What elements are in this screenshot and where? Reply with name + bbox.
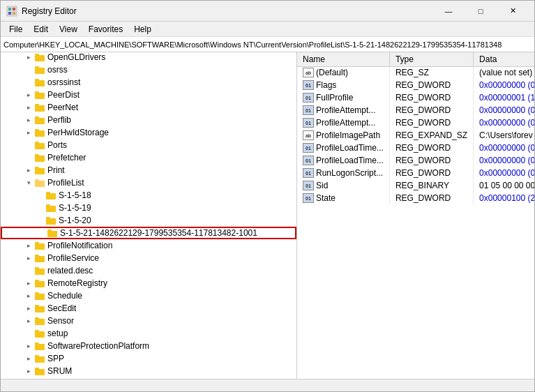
col-name: Name	[297, 52, 389, 66]
reg-dword-icon: 01	[303, 156, 314, 165]
table-row[interactable]: 01FlagsREG_DWORD0x00000000 (0)	[297, 79, 534, 91]
svg-rect-13	[35, 105, 45, 112]
tree-arrow: ▸	[23, 129, 34, 136]
tree-item[interactable]: ▾ProfileList	[1, 176, 296, 189]
tree-panel[interactable]: ▸OpenGLDriversosrssosrssinst▸PeerDist▸Pe…	[1, 52, 297, 379]
table-row[interactable]: 01ProfileLoadTime...REG_DWORD0x00000000 …	[297, 154, 534, 167]
svg-rect-6	[35, 54, 39, 56]
menu-edit[interactable]: Edit	[28, 23, 54, 36]
folder-icon	[47, 228, 58, 238]
col-data: Data	[474, 52, 534, 66]
menu-file[interactable]: File	[3, 23, 28, 36]
tree-item-label: RemoteRegistry	[47, 278, 107, 288]
tree-item-label: S-1-5-18	[59, 190, 91, 200]
tree-item[interactable]: ▸SRUM	[1, 365, 296, 377]
table-row[interactable]: 01ProfileAttempt...REG_DWORD0x00000000 (…	[297, 116, 534, 129]
row-name: 01ProfileAttempt...	[297, 104, 389, 116]
reg-string-icon: ab	[303, 68, 314, 77]
tree-item[interactable]: ▸OpenGLDrivers	[1, 52, 296, 63]
row-data: 01 05 00 00 00 00	[474, 179, 534, 192]
tree-item[interactable]: S-1-5-20	[1, 214, 296, 227]
table-row[interactable]: 01StateREG_DWORD0x00000100 (256)	[297, 192, 534, 204]
tree-item[interactable]: osrss	[1, 63, 296, 76]
svg-rect-41	[35, 281, 45, 287]
svg-rect-16	[35, 116, 39, 119]
table-row[interactable]: 01ProfileAttempt...REG_DWORD0x00000000 (…	[297, 104, 534, 116]
tree-item[interactable]: ▸Perflib	[1, 114, 296, 126]
row-data: 0x00000100 (256)	[474, 192, 534, 204]
tree-item[interactable]: ▸Sensor	[1, 315, 296, 327]
menu-view[interactable]: View	[54, 23, 83, 36]
tree-item-label: Print	[47, 165, 65, 175]
tree-item[interactable]: S-1-5-19	[1, 202, 296, 214]
close-button[interactable]: ✕	[497, 1, 529, 22]
table-row[interactable]: 01RunLogonScript...REG_DWORD0x00000000 (…	[297, 167, 534, 179]
tree-arrow: ▸	[23, 280, 34, 287]
menu-favorites[interactable]: Favorites	[83, 23, 128, 36]
svg-rect-29	[46, 206, 56, 212]
tree-item[interactable]: ▸PeerDist	[1, 89, 296, 101]
tree-item[interactable]: Ports	[1, 139, 296, 151]
tree-item[interactable]: related.desc	[1, 264, 296, 277]
tree-item[interactable]: setup	[1, 327, 296, 340]
tree-arrow: ▸	[23, 54, 34, 61]
tree-item-label: PeerNet	[47, 103, 78, 112]
tree-item-label: ProfileList	[47, 178, 84, 188]
menu-help[interactable]: Help	[128, 23, 157, 36]
table-row[interactable]: 01FullProfileREG_DWORD0x00000001 (1)	[297, 91, 534, 104]
folder-icon	[34, 77, 45, 87]
svg-rect-28	[46, 192, 50, 194]
row-data: 0x00000000 (0)	[474, 154, 534, 167]
table-row[interactable]: abProfileImagePathREG_EXPAND_SZC:\Users\…	[297, 129, 534, 142]
tree-item[interactable]: ▸Schedule	[1, 289, 296, 302]
row-data: 0x00000000 (0)	[474, 116, 534, 129]
tree-arrow: ▸	[23, 104, 34, 111]
tree-arrow: ▸	[23, 317, 34, 324]
svg-rect-1	[8, 8, 11, 10]
folder-icon	[34, 291, 45, 301]
tree-item[interactable]: ▸SecEdit	[1, 302, 296, 315]
svg-rect-55	[35, 369, 45, 375]
tree-item-label: SecEdit	[47, 303, 76, 313]
row-type: REG_DWORD	[389, 91, 473, 104]
reg-dword-icon: 01	[303, 105, 314, 115]
svg-rect-9	[35, 80, 45, 86]
svg-rect-15	[35, 118, 45, 124]
tree-item[interactable]: ▸SoftwareProtectionPlatform	[1, 340, 296, 352]
folder-icon	[45, 216, 56, 225]
folder-icon	[34, 103, 45, 112]
folder-icon	[34, 128, 45, 137]
tree-item[interactable]: osrssinst	[1, 76, 296, 89]
minimize-button[interactable]: —	[432, 1, 465, 22]
table-row[interactable]: 01ProfileLoadTime...REG_DWORD0x00000000 …	[297, 142, 534, 154]
tree-item[interactable]: ▸Print	[1, 164, 296, 176]
registry-table-scroll[interactable]: Name Type Data ab(Default)REG_SZ(value n…	[297, 52, 534, 379]
svg-rect-52	[35, 342, 39, 345]
tree-item-label: Sensor	[47, 316, 74, 326]
tree-arrow: ▸	[23, 368, 34, 375]
tree-item[interactable]: ▸PeerNet	[1, 101, 296, 114]
row-name: 01FullProfile	[297, 91, 389, 104]
row-name: 01ProfileAttempt...	[297, 116, 389, 129]
tree-item-label: related.desc	[47, 266, 93, 276]
tree-item[interactable]: ▸ProfileService	[1, 252, 296, 264]
tree-item[interactable]: ▸SPP	[1, 352, 296, 365]
registry-rows: ab(Default)REG_SZ(value not set)01FlagsR…	[297, 66, 534, 204]
svg-rect-37	[35, 256, 45, 262]
tree-item[interactable]: S-1-5-18	[1, 189, 296, 202]
tree-item[interactable]: Prefetcher	[1, 151, 296, 164]
row-type: REG_DWORD	[389, 79, 473, 91]
tree-item[interactable]: S-1-5-21-1482622129-1799535354-117813482…	[1, 227, 296, 239]
tree-item[interactable]: ▸RemoteRegistry	[1, 277, 296, 289]
maximize-button[interactable]: □	[465, 1, 497, 22]
table-row[interactable]: 01SidREG_BINARY01 05 00 00 00 00	[297, 179, 534, 192]
table-row[interactable]: ab(Default)REG_SZ(value not set)	[297, 66, 534, 79]
reg-dword-icon: 01	[303, 143, 314, 153]
tree-arrow: ▾	[23, 179, 34, 186]
svg-rect-27	[46, 193, 56, 199]
tree-item[interactable]: ▸PerHwIdStorage	[1, 126, 296, 139]
svg-rect-43	[35, 294, 45, 300]
registry-table: Name Type Data ab(Default)REG_SZ(value n…	[297, 52, 534, 204]
tree-item[interactable]: ▸ProfileNotification	[1, 239, 296, 252]
svg-rect-31	[46, 218, 56, 225]
